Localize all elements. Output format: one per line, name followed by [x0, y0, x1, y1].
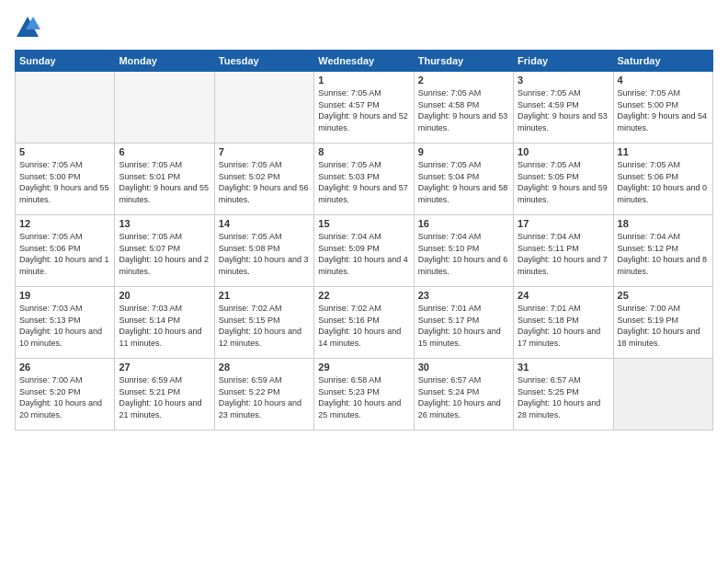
calendar-cell: 25Sunrise: 7:00 AMSunset: 5:19 PMDayligh… [613, 287, 712, 359]
day-detail: Sunrise: 7:04 AMSunset: 5:11 PMDaylight:… [518, 231, 609, 277]
day-number: 4 [618, 75, 709, 86]
day-detail: Sunrise: 7:05 AMSunset: 5:05 PMDaylight:… [518, 159, 609, 205]
day-number: 3 [518, 75, 609, 86]
day-number: 23 [418, 290, 509, 301]
calendar-cell: 21Sunrise: 7:02 AMSunset: 5:15 PMDayligh… [214, 287, 313, 359]
day-number: 18 [618, 218, 709, 229]
calendar-cell: 18Sunrise: 7:04 AMSunset: 5:12 PMDayligh… [613, 215, 712, 287]
calendar-table: SundayMondayTuesdayWednesdayThursdayFrid… [15, 50, 713, 431]
col-header-saturday: Saturday [613, 51, 712, 72]
col-header-friday: Friday [514, 51, 613, 72]
calendar-cell: 31Sunrise: 6:57 AMSunset: 5:25 PMDayligh… [514, 359, 613, 431]
day-detail: Sunrise: 7:05 AMSunset: 5:06 PMDaylight:… [19, 231, 110, 277]
week-row-5: 26Sunrise: 7:00 AMSunset: 5:20 PMDayligh… [16, 359, 713, 431]
day-number: 21 [219, 290, 310, 301]
calendar-cell: 9Sunrise: 7:05 AMSunset: 5:04 PMDaylight… [414, 144, 513, 215]
calendar-cell: 19Sunrise: 7:03 AMSunset: 5:13 PMDayligh… [16, 287, 115, 359]
day-number: 9 [418, 146, 509, 157]
day-number: 30 [418, 362, 509, 373]
week-row-3: 12Sunrise: 7:05 AMSunset: 5:06 PMDayligh… [16, 215, 713, 287]
col-header-wednesday: Wednesday [314, 51, 414, 72]
calendar-cell: 15Sunrise: 7:04 AMSunset: 5:09 PMDayligh… [314, 215, 414, 287]
day-number: 28 [219, 362, 310, 373]
day-detail: Sunrise: 7:05 AMSunset: 4:58 PMDaylight:… [418, 87, 509, 133]
calendar-cell: 1Sunrise: 7:05 AMSunset: 4:57 PMDaylight… [314, 72, 414, 144]
day-detail: Sunrise: 7:05 AMSunset: 5:06 PMDaylight:… [618, 159, 709, 205]
day-number: 19 [19, 290, 110, 301]
calendar-cell: 5Sunrise: 7:05 AMSunset: 5:00 PMDaylight… [16, 144, 115, 215]
day-detail: Sunrise: 7:01 AMSunset: 5:18 PMDaylight:… [518, 303, 609, 349]
day-detail: Sunrise: 6:59 AMSunset: 5:21 PMDaylight:… [119, 374, 210, 420]
day-number: 1 [318, 75, 409, 86]
day-number: 27 [119, 362, 210, 373]
calendar-cell: 14Sunrise: 7:05 AMSunset: 5:08 PMDayligh… [214, 215, 313, 287]
day-detail: Sunrise: 7:04 AMSunset: 5:12 PMDaylight:… [618, 231, 709, 277]
day-number: 8 [318, 146, 409, 157]
calendar-cell: 23Sunrise: 7:01 AMSunset: 5:17 PMDayligh… [414, 287, 513, 359]
day-number: 29 [318, 362, 409, 373]
calendar-cell: 29Sunrise: 6:58 AMSunset: 5:23 PMDayligh… [314, 359, 414, 431]
calendar-cell: 26Sunrise: 7:00 AMSunset: 5:20 PMDayligh… [16, 359, 115, 431]
day-detail: Sunrise: 7:02 AMSunset: 5:15 PMDaylight:… [219, 303, 310, 349]
day-number: 26 [19, 362, 110, 373]
calendar-cell: 27Sunrise: 6:59 AMSunset: 5:21 PMDayligh… [115, 359, 214, 431]
calendar-cell: 13Sunrise: 7:05 AMSunset: 5:07 PMDayligh… [115, 215, 214, 287]
logo-icon [15, 15, 40, 40]
day-detail: Sunrise: 7:05 AMSunset: 4:59 PMDaylight:… [518, 87, 609, 133]
day-detail: Sunrise: 6:59 AMSunset: 5:22 PMDaylight:… [219, 374, 310, 420]
calendar-cell [214, 72, 313, 144]
day-detail: Sunrise: 7:04 AMSunset: 5:10 PMDaylight:… [418, 231, 509, 277]
day-number: 14 [219, 218, 310, 229]
day-detail: Sunrise: 7:05 AMSunset: 4:57 PMDaylight:… [318, 87, 409, 133]
day-number: 5 [19, 146, 110, 157]
day-detail: Sunrise: 7:02 AMSunset: 5:16 PMDaylight:… [318, 303, 409, 349]
calendar-cell: 2Sunrise: 7:05 AMSunset: 4:58 PMDaylight… [414, 72, 513, 144]
calendar-cell: 3Sunrise: 7:05 AMSunset: 4:59 PMDaylight… [514, 72, 613, 144]
day-number: 13 [119, 218, 210, 229]
day-detail: Sunrise: 7:03 AMSunset: 5:13 PMDaylight:… [19, 303, 110, 349]
week-row-2: 5Sunrise: 7:05 AMSunset: 5:00 PMDaylight… [16, 144, 713, 215]
day-detail: Sunrise: 7:05 AMSunset: 5:02 PMDaylight:… [219, 159, 310, 205]
calendar-cell: 28Sunrise: 6:59 AMSunset: 5:22 PMDayligh… [214, 359, 313, 431]
calendar-cell: 8Sunrise: 7:05 AMSunset: 5:03 PMDaylight… [314, 144, 414, 215]
calendar-cell [16, 72, 115, 144]
calendar-cell [613, 359, 712, 431]
day-number: 15 [318, 218, 409, 229]
day-detail: Sunrise: 7:05 AMSunset: 5:01 PMDaylight:… [119, 159, 210, 205]
calendar-cell: 6Sunrise: 7:05 AMSunset: 5:01 PMDaylight… [115, 144, 214, 215]
day-detail: Sunrise: 7:05 AMSunset: 5:07 PMDaylight:… [119, 231, 210, 277]
day-detail: Sunrise: 7:00 AMSunset: 5:20 PMDaylight:… [19, 374, 110, 420]
col-header-monday: Monday [115, 51, 214, 72]
day-number: 6 [119, 146, 210, 157]
week-row-1: 1Sunrise: 7:05 AMSunset: 4:57 PMDaylight… [16, 72, 713, 144]
calendar-cell: 11Sunrise: 7:05 AMSunset: 5:06 PMDayligh… [613, 144, 712, 215]
calendar-cell: 30Sunrise: 6:57 AMSunset: 5:24 PMDayligh… [414, 359, 513, 431]
header-row: SundayMondayTuesdayWednesdayThursdayFrid… [16, 51, 713, 72]
calendar-page: SundayMondayTuesdayWednesdayThursdayFrid… [0, 0, 728, 563]
day-number: 17 [518, 218, 609, 229]
calendar-cell: 22Sunrise: 7:02 AMSunset: 5:16 PMDayligh… [314, 287, 414, 359]
calendar-cell: 20Sunrise: 7:03 AMSunset: 5:14 PMDayligh… [115, 287, 214, 359]
day-number: 31 [518, 362, 609, 373]
day-number: 11 [618, 146, 709, 157]
day-number: 22 [318, 290, 409, 301]
day-detail: Sunrise: 6:57 AMSunset: 5:25 PMDaylight:… [518, 374, 609, 420]
day-detail: Sunrise: 7:05 AMSunset: 5:04 PMDaylight:… [418, 159, 509, 205]
day-detail: Sunrise: 7:05 AMSunset: 5:08 PMDaylight:… [219, 231, 310, 277]
calendar-cell: 12Sunrise: 7:05 AMSunset: 5:06 PMDayligh… [16, 215, 115, 287]
calendar-cell: 16Sunrise: 7:04 AMSunset: 5:10 PMDayligh… [414, 215, 513, 287]
calendar-cell: 7Sunrise: 7:05 AMSunset: 5:02 PMDaylight… [214, 144, 313, 215]
day-detail: Sunrise: 7:05 AMSunset: 5:03 PMDaylight:… [318, 159, 409, 205]
day-detail: Sunrise: 7:03 AMSunset: 5:14 PMDaylight:… [119, 303, 210, 349]
day-detail: Sunrise: 7:04 AMSunset: 5:09 PMDaylight:… [318, 231, 409, 277]
calendar-cell: 4Sunrise: 7:05 AMSunset: 5:00 PMDaylight… [613, 72, 712, 144]
day-detail: Sunrise: 7:01 AMSunset: 5:17 PMDaylight:… [418, 303, 509, 349]
day-number: 24 [518, 290, 609, 301]
day-number: 12 [19, 218, 110, 229]
col-header-thursday: Thursday [414, 51, 513, 72]
col-header-sunday: Sunday [16, 51, 115, 72]
calendar-cell: 17Sunrise: 7:04 AMSunset: 5:11 PMDayligh… [514, 215, 613, 287]
day-number: 10 [518, 146, 609, 157]
col-header-tuesday: Tuesday [214, 51, 313, 72]
logo [15, 15, 44, 40]
